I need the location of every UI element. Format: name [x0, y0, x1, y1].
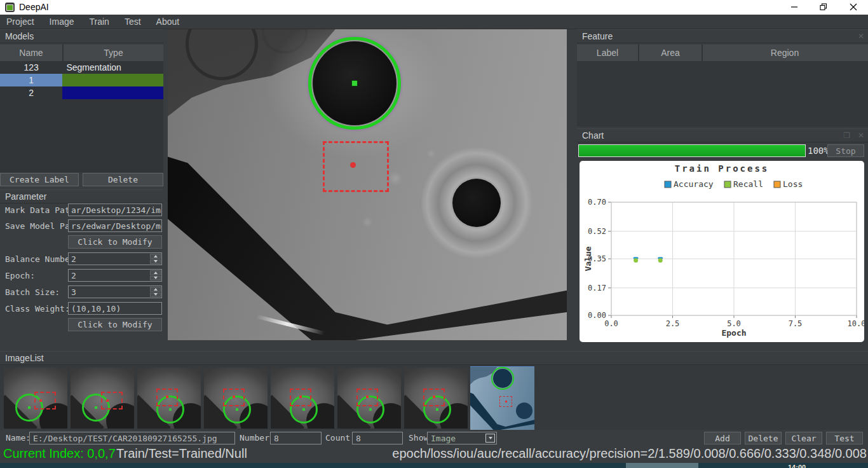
- model-row-2[interactable]: 2: [0, 86, 163, 99]
- thumb-red-dot: [233, 396, 235, 398]
- delete-model-button[interactable]: Delete: [83, 173, 163, 186]
- app-icon: [5, 3, 15, 12]
- thumb-red-dot: [299, 396, 302, 398]
- param-input-batch-size[interactable]: 3: [68, 286, 162, 298]
- model-row-123[interactable]: 123Segmentation: [0, 61, 163, 74]
- feature-col-region[interactable]: Region: [703, 45, 867, 61]
- thumbnail-8[interactable]: [470, 366, 534, 430]
- spin-up-button[interactable]: [150, 287, 161, 292]
- parameter-form: Mark Data Path:ar/Desktop/1234/images/Sa…: [0, 203, 163, 337]
- spin-down-button[interactable]: [150, 259, 161, 265]
- feature-close-icon[interactable]: ✕: [858, 32, 864, 41]
- svg-text:Recall: Recall: [733, 179, 763, 189]
- svg-text:Loss: Loss: [783, 179, 803, 189]
- thumb-green-dot: [95, 406, 97, 409]
- clear-image-button[interactable]: Clear: [785, 432, 822, 444]
- dropdown-arrow-button[interactable]: [485, 434, 495, 443]
- model-name-cell: 123: [0, 61, 62, 74]
- chart-float-icon[interactable]: ❐: [843, 131, 850, 140]
- param-input-class-weight[interactable]: (10,10,10): [68, 302, 162, 315]
- thumbnail-7[interactable]: [404, 368, 468, 429]
- chart-title-label: Chart: [582, 130, 604, 141]
- number-input[interactable]: 8: [270, 432, 322, 444]
- spin-up-button[interactable]: [150, 270, 161, 275]
- models-table-header: Name Type: [0, 45, 163, 62]
- thumb-green-dot: [369, 408, 372, 411]
- stop-button[interactable]: Stop: [827, 144, 864, 157]
- param-value-class-weight: (10,10,10): [71, 304, 121, 313]
- menu-bar: ProjectImageTrainTestAbout: [0, 15, 868, 29]
- red-box-annotation[interactable]: [323, 141, 389, 192]
- svg-text:7.5: 7.5: [789, 319, 803, 328]
- model-row-1[interactable]: 1: [0, 74, 163, 86]
- param-input-balance-number[interactable]: 2: [68, 252, 162, 265]
- models-table: 123Segmentation12: [0, 61, 163, 172]
- thumb-red-dot: [39, 399, 42, 402]
- thumb-red-dot: [166, 396, 168, 398]
- svg-text:Epoch: Epoch: [721, 328, 746, 338]
- menu-project[interactable]: Project: [6, 17, 34, 27]
- param-value-balance-number: 2: [71, 254, 76, 264]
- thumbnail-5[interactable]: [271, 368, 334, 429]
- thumbnail-1[interactable]: [4, 368, 67, 429]
- thumbnail-2[interactable]: [71, 368, 134, 429]
- spin-down-button[interactable]: [150, 292, 161, 298]
- deepai-window: DeepAI ProjectImageTrainTestAbout Models…: [0, 0, 868, 468]
- param-modify-button-2[interactable]: Click to Modify: [68, 235, 162, 249]
- param-label-class-weight: Class Weight:: [5, 304, 70, 313]
- menu-test[interactable]: Test: [125, 17, 141, 27]
- taskbar-item[interactable]: [626, 463, 698, 468]
- delete-image-button[interactable]: Delete: [745, 432, 782, 444]
- feature-table-body: [577, 61, 868, 127]
- menu-train[interactable]: Train: [90, 17, 109, 27]
- param-input-epoch[interactable]: 2: [68, 269, 162, 282]
- feature-col-area[interactable]: Area: [639, 45, 703, 61]
- spin-down-button[interactable]: [150, 276, 161, 281]
- close-button[interactable]: [839, 0, 868, 14]
- models-panel-title: Models: [0, 29, 163, 43]
- number-label: Number:: [240, 433, 275, 443]
- create-label-button[interactable]: Create Label: [0, 173, 79, 186]
- spin-down-icon: [154, 293, 158, 296]
- spin-up-icon: [154, 255, 158, 258]
- feature-panel-title: Feature ✕: [577, 29, 868, 43]
- add-image-button[interactable]: Add: [704, 432, 741, 444]
- thumb-red-dot: [433, 396, 435, 398]
- data-point-recall: [658, 258, 663, 263]
- thumb-red-dot: [366, 396, 369, 398]
- svg-text:0.17: 0.17: [588, 284, 606, 292]
- spin-up-button[interactable]: [150, 254, 161, 259]
- thumb-green-dot: [169, 408, 172, 411]
- thumbnail-3[interactable]: [137, 368, 201, 429]
- minimize-button[interactable]: [780, 0, 809, 14]
- test-image-button[interactable]: Test: [826, 432, 863, 444]
- param-modify-button-7[interactable]: Click to Modify: [68, 318, 162, 331]
- count-input[interactable]: 8: [352, 432, 403, 444]
- param-input-mark-data-path[interactable]: ar/Desktop/1234/images/: [68, 203, 162, 216]
- thumbnail-6[interactable]: [337, 368, 401, 429]
- name-input[interactable]: E:/Desktop/TEST/CAR20180927165255.jpg: [29, 432, 235, 444]
- taskbar-sliver: 14:00: [0, 463, 868, 468]
- restore-button[interactable]: [809, 0, 838, 14]
- thumb-green-dot: [436, 408, 438, 411]
- menu-about[interactable]: About: [156, 17, 180, 27]
- feature-col-label[interactable]: Label: [577, 45, 639, 61]
- param-value-save-model-path: rs/edwar/Desktop/model/: [71, 221, 162, 231]
- train-progress-fill: [579, 145, 805, 156]
- thumbnail-4[interactable]: [204, 368, 268, 429]
- show-dropdown[interactable]: Image: [427, 432, 497, 444]
- svg-text:Train Process: Train Process: [675, 163, 770, 174]
- spin-down-icon: [154, 277, 158, 279]
- svg-text:0.00: 0.00: [588, 311, 606, 320]
- count-value: 8: [356, 434, 361, 443]
- count-label: Count:: [325, 433, 355, 443]
- chart-close-icon[interactable]: ✕: [858, 131, 864, 140]
- status-bar: Current Index: 0,0,7 Train/Test=Trained/…: [0, 445, 868, 463]
- thumb-right-hole: [516, 403, 532, 419]
- main-image[interactable]: [168, 29, 567, 340]
- thumb-green-dot: [28, 406, 31, 409]
- models-col-name[interactable]: Name: [0, 45, 64, 61]
- menu-image[interactable]: Image: [50, 17, 74, 27]
- param-input-save-model-path[interactable]: rs/edwar/Desktop/model/: [68, 219, 162, 232]
- models-col-type[interactable]: Type: [64, 45, 163, 61]
